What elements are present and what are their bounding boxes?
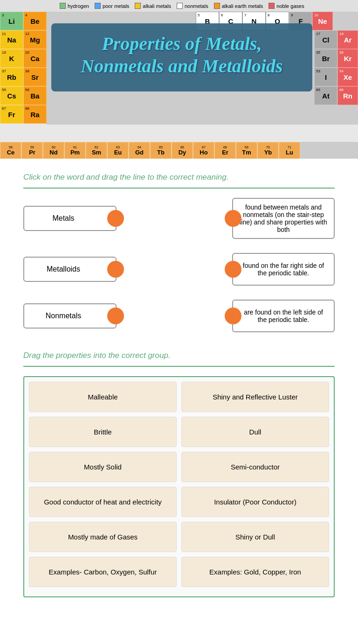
element-br: 35Br (314, 49, 337, 68)
element-yb: 70Yb (257, 142, 279, 159)
prop-insulator[interactable]: Insulator (Poor Conductor) (181, 487, 329, 517)
match-row-nonmetals: Nonmetals are found on the left side of … (23, 300, 335, 332)
title-overlay: Properties of Metals, Nonmetals and Meta… (51, 23, 312, 91)
prop-shiny-dull[interactable]: Shiny or Dull (181, 522, 329, 552)
prop-row-3: Mostly Solid Semi-conductor (29, 452, 329, 482)
dot-metals-right[interactable] (107, 210, 124, 227)
divider-2 (23, 366, 335, 367)
element-ne: 10Ne (312, 12, 333, 30)
element-gd: 64Gd (129, 142, 150, 159)
dot-def-nonmetals-left[interactable] (225, 308, 241, 324)
element-dy: 66Dy (172, 142, 193, 159)
element-eu: 63Eu (107, 142, 129, 159)
element-sm: 62Sm (86, 142, 107, 159)
prop-examples-metals[interactable]: Examples: Gold, Copper, Iron (181, 557, 329, 587)
legend-noble: noble gases (268, 3, 304, 9)
match-term-metalloids[interactable]: Metalloids (23, 257, 117, 282)
element-i: 53I (314, 68, 337, 86)
prop-shiny-reflective[interactable]: Shiny and Reflective Luster (181, 382, 329, 412)
element-rn: 86Rn (337, 86, 358, 105)
element-k: 19K (0, 49, 23, 68)
main-content: Click on the word and drag the line to t… (0, 159, 358, 607)
legend-nonmetals: nonmetals (177, 3, 208, 9)
periodic-table-header: hydrogen poor metals alkali metals nonme… (0, 0, 358, 159)
element-lu: 71Lu (279, 142, 300, 159)
prop-mostly-solid[interactable]: Mostly Solid (29, 452, 177, 482)
prop-mostly-gases[interactable]: Mostly made of Gases (29, 522, 177, 552)
element-pr: 59Pr (21, 142, 43, 159)
prop-row-5: Mostly made of Gases Shiny or Dull (29, 522, 329, 552)
element-li: 3Li (0, 12, 23, 30)
match-term-nonmetals[interactable]: Nonmetals (23, 303, 117, 329)
prop-row-2: Brittle Dull (29, 417, 329, 447)
element-pm: 61Pm (64, 142, 86, 159)
properties-section: Drag the properties into the correct gro… (23, 351, 335, 597)
prop-semi-conductor[interactable]: Semi-conductor (181, 452, 329, 482)
element-rb: 37Rb (0, 68, 23, 86)
element-mg: 12Mg (23, 30, 47, 49)
dot-def-metals-left[interactable] (225, 210, 241, 227)
element-ho: 67Ho (193, 142, 214, 159)
drag-instruction: Drag the properties into the correct gro… (23, 351, 335, 360)
divider-1 (23, 188, 335, 189)
element-at: 85At (314, 86, 337, 105)
dot-def-metalloids-left[interactable] (225, 261, 241, 278)
element-fr: 87Fr (0, 105, 23, 124)
match-def-metalloids: found on the far right side of the perio… (232, 253, 335, 286)
element-nd: 60Nd (43, 142, 64, 159)
properties-grid: Malleable Shiny and Reflective Luster Br… (23, 376, 335, 597)
legend-poor-metals: poor metals (95, 3, 129, 9)
element-kr: 36Kr (337, 49, 358, 68)
element-cl: 17Cl (314, 30, 337, 49)
element-ba: 56Ba (23, 86, 47, 105)
match-row-metalloids: Metalloids found on the far right side o… (23, 253, 335, 286)
dot-metalloids-right[interactable] (107, 261, 124, 278)
element-ar: 18Ar (337, 30, 358, 49)
element-cs: 55Cs (0, 86, 23, 105)
legend-alkali-earth: alkali earth metals (214, 3, 263, 9)
element-be: 4Be (23, 12, 47, 30)
prop-brittle[interactable]: Brittle (29, 417, 177, 447)
match-def-nonmetals: are found on the left side of the period… (232, 300, 335, 332)
prop-row-1: Malleable Shiny and Reflective Luster (29, 382, 329, 412)
dot-nonmetals-right[interactable] (107, 308, 124, 324)
prop-malleable[interactable]: Malleable (29, 382, 177, 412)
legend-hydrogen: hydrogen (60, 3, 89, 9)
prop-row-6: Examples- Carbon, Oxygen, Sulfur Example… (29, 557, 329, 587)
instruction-1: Click on the word and drag the line to t… (23, 173, 335, 182)
element-ce: 58Ce (0, 142, 21, 159)
prop-row-4: Good conductor of heat and electricity I… (29, 487, 329, 517)
page-title: Properties of Metals, Nonmetals and Meta… (65, 33, 298, 77)
prop-good-conductor[interactable]: Good conductor of heat and electricity (29, 487, 177, 517)
match-term-metals[interactable]: Metals (23, 206, 117, 231)
element-er: 68Er (214, 142, 236, 159)
element-tm: 69Tm (236, 142, 257, 159)
element-sr: 38Sr (23, 68, 47, 86)
match-def-metals: found between metals and nonmetals (on t… (232, 198, 335, 239)
matching-section: Metals found between metals and nonmetal… (23, 198, 335, 332)
element-na: 11Na (0, 30, 23, 49)
element-ra: 88Ra (23, 105, 47, 124)
match-row-metals: Metals found between metals and nonmetal… (23, 198, 335, 239)
element-xe: 54Xe (337, 68, 358, 86)
prop-examples-nonmetals[interactable]: Examples- Carbon, Oxygen, Sulfur (29, 557, 177, 587)
element-tb: 65Tb (150, 142, 172, 159)
legend-alkali: alkali metals (135, 3, 171, 9)
prop-dull[interactable]: Dull (181, 417, 329, 447)
element-ca: 20Ca (23, 49, 47, 68)
